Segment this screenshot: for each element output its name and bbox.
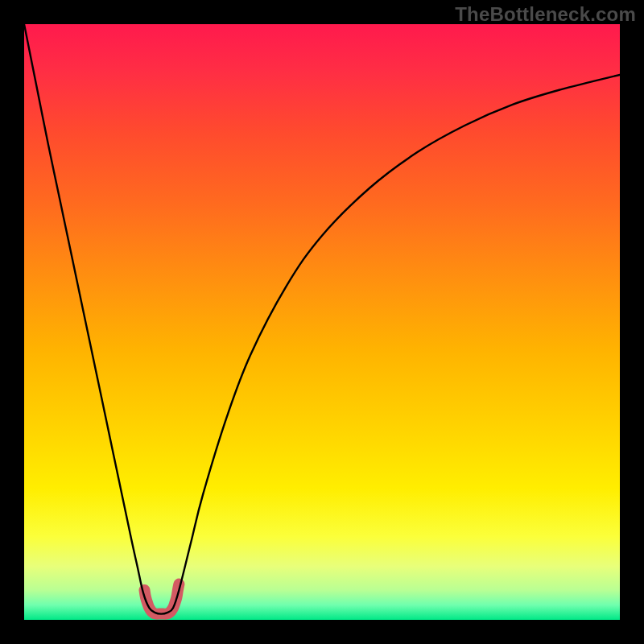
chart-svg bbox=[24, 24, 620, 620]
bottleneck-curve-line bbox=[24, 24, 620, 614]
plot-area bbox=[24, 24, 620, 620]
watermark-text: TheBottleneck.com bbox=[455, 3, 636, 26]
outer-frame: TheBottleneck.com bbox=[0, 0, 644, 644]
